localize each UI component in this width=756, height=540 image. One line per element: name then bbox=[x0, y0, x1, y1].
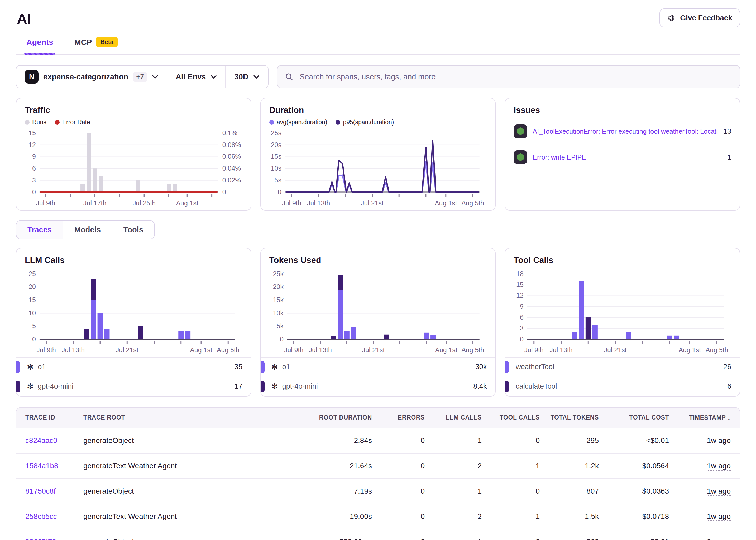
duration-card: Duration avg(span.duration)p95(span.dura… bbox=[260, 98, 496, 211]
nodejs-platform-icon bbox=[514, 124, 527, 138]
nextjs-project-icon: N bbox=[25, 70, 39, 83]
column-header-root-duration[interactable]: Root Duration bbox=[293, 414, 372, 421]
svg-text:25k: 25k bbox=[273, 270, 284, 277]
section-tab-models[interactable]: Models bbox=[63, 221, 112, 239]
environment-selector[interactable]: All Envs bbox=[167, 66, 225, 88]
tool-calls-count: 0 bbox=[482, 487, 540, 495]
svg-text:Aug 1st: Aug 1st bbox=[190, 346, 212, 353]
svg-text:Jul 9th: Jul 9th bbox=[36, 199, 55, 207]
project-selector[interactable]: N expense-categorization +7 bbox=[16, 66, 167, 88]
trace-id-link[interactable]: c824aac0 bbox=[25, 436, 83, 445]
svg-text:Jul 21st: Jul 21st bbox=[604, 346, 627, 353]
svg-text:Jul 9th: Jul 9th bbox=[36, 346, 56, 353]
total-cost: <$0.01 bbox=[599, 436, 669, 445]
chart-series-row[interactable]: weatherTool26 bbox=[505, 357, 740, 376]
issue-link[interactable]: AI_ToolExecutionError: Error executing t… bbox=[532, 128, 718, 135]
chart-series-row[interactable]: ✻o135 bbox=[16, 357, 251, 376]
trace-id-link[interactable]: 81750c8f bbox=[25, 487, 83, 495]
openai-icon: ✻ bbox=[271, 383, 278, 390]
timestamp-value[interactable]: 2w ago bbox=[707, 538, 731, 540]
period-value: 30D bbox=[234, 72, 248, 81]
give-feedback-button[interactable]: Give Feedback bbox=[660, 8, 740, 27]
series-value: 35 bbox=[234, 363, 242, 371]
trace-id-link[interactable]: 1584a1b8 bbox=[25, 462, 83, 470]
chart-legend-rows: ✻o135✻gpt-4o-mini17 bbox=[16, 357, 251, 396]
root-duration: 19.00s bbox=[293, 512, 372, 521]
legend-item: p95(span.duration) bbox=[336, 119, 394, 126]
table-row[interactable]: c824aac0generateObject2.84s010295<$0.011… bbox=[16, 428, 740, 453]
series-label: o1 bbox=[282, 363, 290, 371]
chart-legend-rows: ✻o130k✻gpt-4o-mini8.4k bbox=[261, 357, 495, 396]
timestamp-cell: 1w ago bbox=[669, 436, 731, 445]
search-box[interactable] bbox=[277, 65, 740, 88]
column-header-total-cost[interactable]: Total Cost bbox=[599, 414, 669, 421]
section-tab-traces[interactable]: Traces bbox=[16, 221, 63, 239]
search-input[interactable] bbox=[299, 72, 732, 82]
card-title: Duration bbox=[269, 105, 487, 115]
series-name: weatherTool bbox=[516, 363, 723, 371]
openai-icon: ✻ bbox=[27, 383, 34, 390]
root-duration: 21.64s bbox=[293, 462, 372, 470]
issue-row[interactable]: Error: write EPIPE1 bbox=[505, 144, 740, 170]
trace-id-link[interactable]: 258cb5cc bbox=[25, 512, 83, 521]
column-header-tool-calls[interactable]: Tool Calls bbox=[482, 414, 540, 421]
main-tab-agents[interactable]: Agents bbox=[25, 33, 54, 54]
svg-text:Aug 5th: Aug 5th bbox=[461, 346, 484, 353]
table-row[interactable]: 81750c8fgenerateObject7.19s010807$0.0363… bbox=[16, 478, 740, 504]
series-label: gpt-4o-mini bbox=[38, 382, 73, 390]
timestamp-value[interactable]: 1w ago bbox=[707, 436, 731, 445]
svg-text:5s: 5s bbox=[274, 176, 281, 184]
legend-item: avg(span.duration) bbox=[269, 119, 327, 126]
chart-series-row[interactable]: ✻gpt-4o-mini8.4k bbox=[261, 376, 495, 396]
total-tokens: 1.5k bbox=[540, 512, 599, 521]
sort-descending-icon: ↓ bbox=[727, 414, 731, 421]
section-tab-tools[interactable]: Tools bbox=[112, 221, 154, 239]
issue-link[interactable]: Error: write EPIPE bbox=[532, 154, 722, 161]
table-row[interactable]: 258cb5ccgenerateText Weather Agent19.00s… bbox=[16, 504, 740, 529]
trace-root: generateObject bbox=[83, 487, 293, 495]
svg-text:Aug 1st: Aug 1st bbox=[435, 346, 457, 353]
series-label: weatherTool bbox=[516, 363, 554, 371]
give-feedback-label: Give Feedback bbox=[680, 14, 732, 22]
svg-text:12: 12 bbox=[517, 292, 524, 299]
metric-cards-row: LLM Calls 2520151050Jul 9thJul 13thJul 2… bbox=[16, 248, 740, 397]
column-header-errors[interactable]: Errors bbox=[372, 414, 425, 421]
tab-label: MCP bbox=[75, 38, 92, 47]
legend-item: Runs bbox=[25, 119, 47, 126]
period-selector[interactable]: 30D bbox=[225, 66, 268, 88]
series-name: ✻gpt-4o-mini bbox=[271, 382, 474, 390]
llm-calls-count: 2 bbox=[425, 512, 482, 521]
column-header-trace-id[interactable]: Trace ID bbox=[25, 414, 83, 421]
series-color-strip bbox=[261, 361, 264, 373]
table-row[interactable]: 90605f78generateObject728.00ms010263<$0.… bbox=[16, 529, 740, 540]
timestamp-value[interactable]: 1w ago bbox=[707, 462, 731, 470]
svg-text:20k: 20k bbox=[273, 283, 284, 290]
series-label: o1 bbox=[38, 363, 46, 371]
svg-text:Jul 17th: Jul 17th bbox=[83, 199, 106, 207]
llm-calls-chart: 2520151050Jul 9thJul 13thJul 21stAug 1st… bbox=[25, 269, 242, 355]
series-name: ✻o1 bbox=[27, 363, 234, 371]
svg-text:Jul 21st: Jul 21st bbox=[361, 199, 383, 207]
main-tab-mcp[interactable]: MCPBeta bbox=[73, 33, 119, 54]
column-header-trace-root[interactable]: Trace Root bbox=[83, 414, 293, 421]
trace-root: generateObject bbox=[83, 538, 293, 540]
column-header-llm-calls[interactable]: LLM Calls bbox=[425, 414, 482, 421]
trace-id-link[interactable]: 90605f78 bbox=[25, 538, 83, 540]
timestamp-value[interactable]: 1w ago bbox=[707, 487, 731, 495]
issue-row[interactable]: AI_ToolExecutionError: Error executing t… bbox=[505, 119, 740, 144]
chart-series-row[interactable]: ✻gpt-4o-mini17 bbox=[16, 376, 251, 396]
total-cost: $0.0564 bbox=[599, 462, 669, 470]
legend-label: Error Rate bbox=[62, 119, 90, 126]
chart-series-row[interactable]: calculateTool6 bbox=[505, 376, 740, 396]
column-header-total-tokens[interactable]: Total Tokens bbox=[540, 414, 599, 421]
svg-text:6: 6 bbox=[520, 314, 524, 321]
nodejs-platform-icon bbox=[514, 150, 527, 164]
table-row[interactable]: 1584a1b8generateText Weather Agent21.64s… bbox=[16, 453, 740, 478]
chart-series-row[interactable]: ✻o130k bbox=[261, 357, 495, 376]
root-duration: 7.19s bbox=[293, 487, 372, 495]
series-name: calculateTool bbox=[516, 382, 727, 390]
column-header-timestamp[interactable]: Timestamp↓ bbox=[669, 414, 731, 421]
ai-dashboard-page: AI Give Feedback AgentsMCPBeta N expense… bbox=[0, 0, 756, 540]
beta-badge: Beta bbox=[96, 37, 118, 47]
timestamp-value[interactable]: 1w ago bbox=[707, 512, 731, 520]
